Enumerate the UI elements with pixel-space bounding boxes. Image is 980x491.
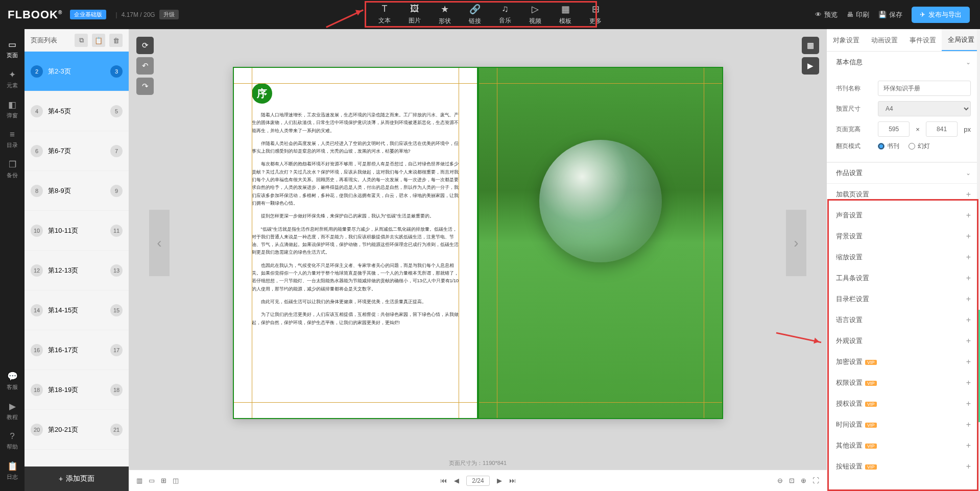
setting-语言设置[interactable]: 语言设置+ <box>827 309 980 330</box>
sidebar-item-弹窗[interactable]: ◧弹窗 <box>7 94 18 125</box>
zoom-in-icon[interactable]: ⊕ <box>801 477 806 484</box>
toolbar-更多[interactable]: ⊞更多 <box>589 4 602 26</box>
save-icon: 💾 <box>878 11 887 18</box>
publish-button[interactable]: ✈发布与导出 <box>912 7 970 23</box>
book-name-input[interactable] <box>878 81 971 96</box>
更多-icon: ⊞ <box>592 4 600 15</box>
snap-icon[interactable]: ◫ <box>173 477 179 484</box>
page-num-left: 6 <box>31 145 43 157</box>
page-list: 2第2-3页34第4-5页56第6-7页78第8-9页910第10-11页111… <box>25 52 129 467</box>
page-item[interactable]: 18第18-19页18 <box>25 370 129 410</box>
vip-badge: VIP <box>865 381 877 386</box>
toolbar-图片[interactable]: 🖼图片 <box>409 4 421 26</box>
page-item[interactable]: 4第4-5页5 <box>25 91 129 131</box>
sidebar-item-教程[interactable]: ▶教程 <box>0 396 25 426</box>
sidebar-item-日志[interactable]: 📋日志 <box>0 456 25 486</box>
toolbar-链接[interactable]: 🔗链接 <box>469 4 481 26</box>
page-item[interactable]: 12第12-13页13 <box>25 251 129 290</box>
tab-对象设置[interactable]: 对象设置 <box>827 29 865 51</box>
page-num-left: 8 <box>31 185 43 197</box>
body-paragraph: 也因此在我认为，气候变化不只是环保主义者、专家学者关心的问题，而是与我们每个人息… <box>252 262 459 293</box>
page-item[interactable]: 8第8-9页9 <box>25 171 129 211</box>
save-button[interactable]: 💾保存 <box>878 10 902 19</box>
preview-button[interactable]: 👁预览 <box>815 10 838 19</box>
page-num-right: 11 <box>110 225 123 237</box>
next-page-nav[interactable]: › <box>786 210 806 276</box>
zoom-fit-icon[interactable]: ⊡ <box>789 477 795 484</box>
page-item[interactable]: 16第16-17页17 <box>25 330 129 370</box>
copy-icon[interactable]: ⧉ <box>75 34 88 47</box>
音乐-icon: ♫ <box>501 4 509 14</box>
tab-动画设置[interactable]: 动画设置 <box>865 29 903 51</box>
delete-icon[interactable]: 🗑 <box>109 34 123 47</box>
storage-info: 4.17M / 20G <box>122 11 155 18</box>
flip-mode-label: 翻页模式 <box>836 142 872 151</box>
sidebar-item-备份[interactable]: ❒备份 <box>7 154 18 184</box>
sidebar-item-客服[interactable]: 💬客服 <box>0 366 25 396</box>
setting-时间设置[interactable]: 时间设置VIP+ <box>827 414 980 435</box>
edition-badge: 企业基础版 <box>70 10 106 19</box>
toolbar-模板[interactable]: ▦模板 <box>559 4 571 26</box>
sidebar-item-元素[interactable]: ✦元素 <box>7 64 18 94</box>
body-paragraph: 伴随着人类社会的高度发展，人类已经进入了空前的文明时代，我们应该生活在优美的环境… <box>252 140 459 156</box>
toolbar-视频[interactable]: ▷视频 <box>529 4 541 26</box>
plus-icon: + <box>966 441 971 450</box>
toolbar-文本[interactable]: T文本 <box>378 4 391 26</box>
mode-slide-radio[interactable]: 幻灯 <box>909 142 930 151</box>
page-item[interactable]: 10第10-11页11 <box>25 211 129 251</box>
page-indicator[interactable]: 2/24 <box>466 476 489 486</box>
toolbar-音乐[interactable]: ♫音乐 <box>499 4 511 26</box>
setting-工具条设置[interactable]: 工具条设置+ <box>827 267 980 288</box>
ruler-icon[interactable]: ▭ <box>149 477 155 484</box>
preset-size-select[interactable]: A4 <box>878 101 971 116</box>
scrollbar-thumb[interactable] <box>977 310 980 422</box>
setting-其他设置[interactable]: 其他设置VIP+ <box>827 435 980 456</box>
print-button[interactable]: 🖶印刷 <box>847 10 869 19</box>
page-width-label: 页面宽高 <box>836 125 872 134</box>
tab-全局设置[interactable]: 全局设置 <box>942 29 980 51</box>
弹窗-icon: ◧ <box>8 100 16 110</box>
page-list-title: 页面列表 <box>31 36 70 45</box>
setting-权限设置[interactable]: 权限设置VIP+ <box>827 372 980 393</box>
setting-按钮设置[interactable]: 按钮设置VIP+ <box>827 456 980 477</box>
first-page-icon[interactable]: ⏮ <box>440 477 447 484</box>
body-paragraph: 提到怎样更深一步做好环保先锋，来保护自己的家园，我认为"低碳"生活是最重要的。 <box>252 212 459 220</box>
setting-目录栏设置[interactable]: 目录栏设置+ <box>827 288 980 309</box>
paste-icon[interactable]: 📋 <box>92 34 105 47</box>
toolbar-形状[interactable]: ★形状 <box>439 4 451 26</box>
setting-授权设置[interactable]: 授权设置VIP+ <box>827 393 980 414</box>
page-label: 第8-9页 <box>48 186 105 195</box>
upgrade-button[interactable]: 升级 <box>159 10 179 19</box>
setting-加载页设置[interactable]: 加载页设置+ <box>827 184 980 205</box>
width-input[interactable] <box>878 121 910 137</box>
guide-icon[interactable]: ⊞ <box>161 477 166 484</box>
tab-事件设置[interactable]: 事件设置 <box>903 29 942 51</box>
height-input[interactable] <box>926 121 958 137</box>
page-item[interactable]: 2第2-3页3 <box>25 52 129 91</box>
prev-page-icon[interactable]: ◀ <box>454 477 459 484</box>
book-spread[interactable]: 序 随着人口地理速增长，工农业迅速发展，生态环境的污染也随之而来。工厂排放的污水… <box>233 67 723 419</box>
setting-加密设置[interactable]: 加密设置VIP+ <box>827 351 980 372</box>
sidebar-item-页面[interactable]: ▭页面 <box>7 34 18 64</box>
sidebar-item-帮助[interactable]: ?帮助 <box>0 426 25 456</box>
next-page-icon[interactable]: ▶ <box>497 477 502 484</box>
目录-icon: ≡ <box>10 130 15 140</box>
mode-book-radio[interactable]: 书刊 <box>878 142 899 151</box>
setting-背景设置[interactable]: 背景设置+ <box>827 226 980 247</box>
basic-info-header[interactable]: 基本信息⌄ <box>827 52 980 73</box>
layers-icon[interactable]: ▥ <box>136 477 142 484</box>
setting-外观设置[interactable]: 外观设置+ <box>827 330 980 351</box>
scrollbar-track <box>977 29 980 491</box>
page-item[interactable]: 6第6-7页7 <box>25 131 129 171</box>
work-settings-header[interactable]: 作品设置⌄ <box>827 162 980 184</box>
page-item[interactable]: 20第20-21页21 <box>25 410 129 450</box>
setting-缩放设置[interactable]: 缩放设置+ <box>827 247 980 267</box>
prev-page-nav[interactable]: ‹ <box>149 210 170 276</box>
page-item[interactable]: 14第14-15页15 <box>25 290 129 330</box>
zoom-out-icon[interactable]: ⊖ <box>777 477 783 484</box>
add-page-button[interactable]: +添加页面 <box>25 467 129 491</box>
fullscreen-icon[interactable]: ⛶ <box>812 477 819 484</box>
sidebar-item-目录[interactable]: ≡目录 <box>7 125 18 154</box>
setting-声音设置[interactable]: 声音设置+ <box>827 205 980 226</box>
last-page-icon[interactable]: ⏭ <box>509 477 516 484</box>
